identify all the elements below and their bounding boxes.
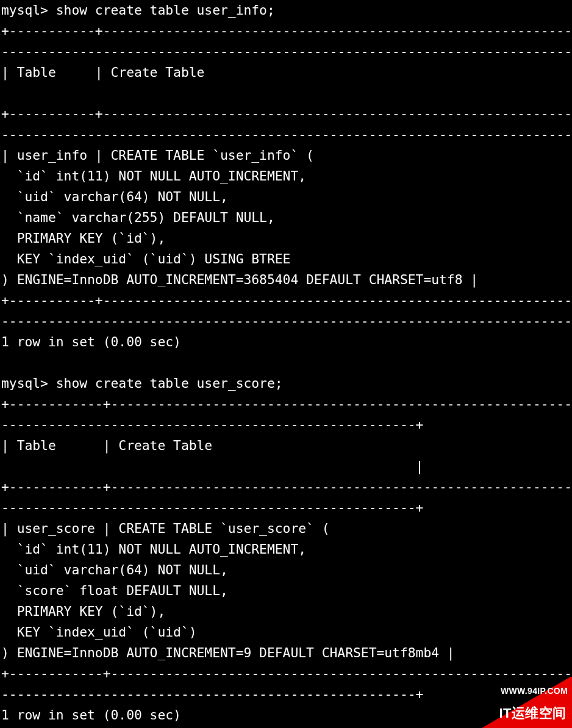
mysql-terminal-output[interactable]: mysql> show create table user_info; +---… <box>0 0 572 726</box>
